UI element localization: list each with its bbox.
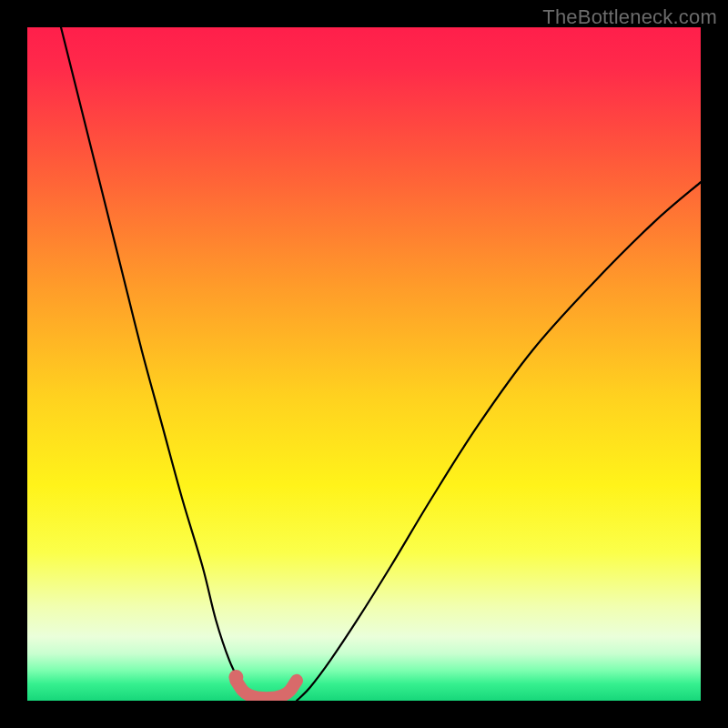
valley-marker bbox=[236, 681, 297, 698]
left-curve bbox=[61, 27, 257, 701]
plot-area bbox=[27, 27, 701, 701]
left-dot-marker bbox=[228, 670, 243, 684]
right-curve bbox=[297, 182, 701, 701]
curves-layer bbox=[27, 27, 701, 701]
watermark-text: TheBottleneck.com bbox=[542, 5, 717, 29]
